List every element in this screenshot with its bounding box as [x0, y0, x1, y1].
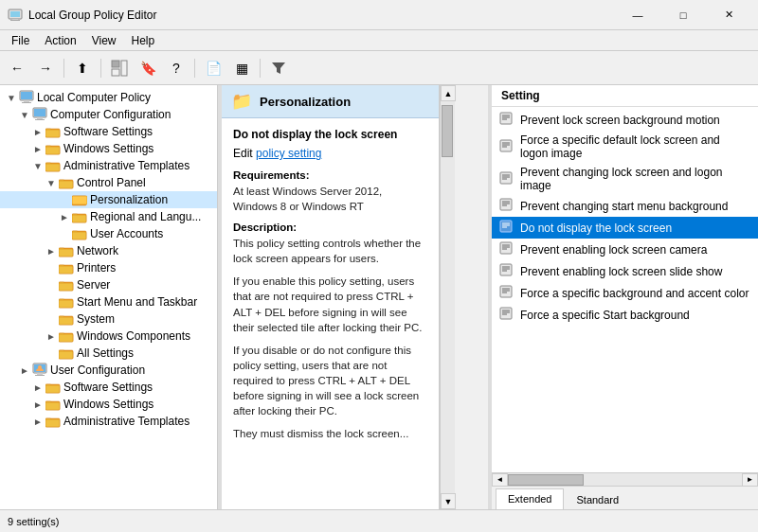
tree-expand-windows-settings: ► [30, 141, 45, 156]
tree-expand-system [44, 311, 59, 327]
middle-wrapper: 📁 Personalization Do not display the loc… [222, 85, 488, 509]
tree-item-windows-components[interactable]: ► Windows Components [0, 328, 217, 345]
tab-standard[interactable]: Standard [564, 489, 631, 509]
requirements-text: At least Windows Server 2012, Windows 8 … [233, 184, 427, 214]
tree-expand-user-windows-settings: ► [30, 397, 45, 412]
tree-expand-personalization [57, 192, 72, 207]
right-list-label-item5: Do not display the lock screen [520, 222, 672, 235]
svg-rect-92 [500, 242, 512, 254]
tree-item-local-computer-policy[interactable]: ▼ Local Computer Policy [0, 89, 217, 106]
right-list-label-item1: Prevent lock screen background motion [520, 114, 720, 127]
right-list-item-item7[interactable]: Prevent enabling lock screen slide show [492, 260, 758, 282]
toolbar-export[interactable]: 📄 [200, 55, 226, 81]
toolbar-filter[interactable] [265, 55, 292, 81]
tree-item-all-settings[interactable]: All Settings [0, 345, 217, 362]
right-list-item-item2[interactable]: Force a specific default lock screen and… [492, 131, 758, 163]
right-panel-list: Prevent lock screen background motion Fo… [492, 107, 758, 472]
scroll-thumb[interactable] [442, 105, 453, 157]
minimize-button[interactable]: — [616, 2, 659, 28]
right-list-item-item4[interactable]: Prevent changing start menu background [492, 195, 758, 217]
svg-rect-3 [10, 20, 20, 21]
svg-rect-14 [37, 117, 43, 119]
scroll-down-arrow[interactable]: ▼ [441, 493, 456, 509]
middle-panel-header: 📁 Personalization [222, 85, 439, 118]
right-panel: Setting Prevent lock screen background m… [492, 85, 758, 509]
menu-help[interactable]: Help [124, 32, 163, 49]
right-panel-column-header: Setting [501, 89, 540, 102]
tree-icon-start-menu-taskbar [59, 294, 74, 310]
middle-scrollbar[interactable]: ▲ ▼ [440, 85, 455, 509]
right-list-icon-item7 [499, 263, 514, 279]
tree-expand-start-menu-taskbar [44, 294, 59, 310]
svg-rect-68 [45, 402, 60, 410]
svg-rect-33 [72, 215, 86, 222]
panel-section-title: Do not display the lock screen [233, 128, 427, 141]
toolbar-forward[interactable]: → [32, 55, 59, 81]
scroll-up-arrow[interactable]: ▲ [441, 85, 456, 101]
right-list-icon-item9 [499, 307, 514, 323]
svg-rect-51 [59, 317, 73, 325]
tree-item-personalization[interactable]: Personalization [0, 191, 217, 208]
tree-item-start-menu-taskbar[interactable]: Start Menu and Taskbar [0, 293, 217, 310]
policy-link[interactable]: policy setting [256, 147, 321, 160]
hscroll-thumb[interactable] [508, 474, 584, 486]
tree-item-user-admin-templates[interactable]: ► Administrative Templates [0, 413, 217, 430]
main-area: ▼ Local Computer Policy▼ Computer Config… [0, 85, 758, 509]
right-list-item-item9[interactable]: Force a specific Start background [492, 304, 758, 326]
tree-item-network[interactable]: ► Network [0, 242, 217, 259]
right-list-item-item1[interactable]: Prevent lock screen background motion [492, 109, 758, 131]
right-list-item-item6[interactable]: Prevent enabling lock screen camera [492, 239, 758, 260]
toolbar-help[interactable]: ? [163, 55, 190, 81]
svg-rect-84 [500, 199, 512, 210]
right-list-item-item5[interactable]: Do not display the lock screen [492, 217, 758, 239]
tree-item-user-windows-settings[interactable]: ► Windows Settings [0, 396, 217, 413]
right-panel-hscrollbar: ◄ ► [492, 472, 758, 486]
tree-item-regional-and-language[interactable]: ► Regional and Langu... [0, 208, 217, 225]
right-list-item-item3[interactable]: Prevent changing lock screen and logon i… [492, 163, 758, 195]
tree-icon-computer-configuration [32, 107, 47, 122]
tree-expand-local-computer-policy: ▼ [4, 90, 19, 105]
hscroll-track [508, 473, 742, 487]
description-extra3: They must dismiss the lock screen... [233, 426, 427, 441]
status-text: 9 setting(s) [8, 516, 59, 527]
menu-file[interactable]: File [4, 32, 37, 49]
svg-rect-24 [45, 164, 60, 171]
toolbar-back[interactable]: ← [4, 55, 30, 81]
tree-item-software-settings[interactable]: ► Software Settings [0, 123, 217, 140]
right-list-item-item8[interactable]: Force a specific background and accent c… [492, 282, 758, 304]
svg-rect-21 [45, 147, 60, 154]
toolbar-view-options[interactable]: ▦ [228, 55, 255, 81]
close-button[interactable]: ✕ [707, 2, 750, 28]
menu-action[interactable]: Action [37, 32, 83, 49]
svg-rect-15 [35, 119, 45, 120]
svg-rect-57 [59, 351, 73, 359]
hscroll-left[interactable]: ◄ [492, 473, 508, 487]
tree-item-printers[interactable]: Printers [0, 259, 217, 276]
tree-label-user-windows-settings: Windows Settings [63, 398, 153, 411]
svg-rect-48 [59, 300, 73, 308]
tree-item-administrative-templates[interactable]: ▼ Administrative Templates [0, 157, 217, 174]
tree-icon-control-panel [59, 175, 74, 190]
tree-icon-administrative-templates [45, 158, 61, 173]
tree-expand-user-configuration: ► [17, 363, 32, 378]
tree-expand-user-accounts [57, 226, 72, 241]
tree-item-server[interactable]: Server [0, 276, 217, 293]
tree-label-windows-components: Windows Components [77, 329, 190, 343]
tree-item-system[interactable]: System [0, 310, 217, 328]
toolbar-bookmark[interactable]: 🔖 [135, 55, 161, 81]
tree-item-user-accounts[interactable]: User Accounts [0, 225, 217, 242]
maximize-button[interactable]: □ [661, 2, 705, 28]
menu-view[interactable]: View [84, 32, 124, 49]
tab-extended[interactable]: Extended [496, 488, 564, 509]
tree-expand-all-settings [44, 346, 59, 361]
toolbar-show-hide[interactable] [106, 55, 133, 81]
tree-item-user-software-settings[interactable]: ► Software Settings [0, 379, 217, 396]
tree-label-start-menu-taskbar: Start Menu and Taskbar [77, 295, 197, 309]
tree-item-windows-settings[interactable]: ► Windows Settings [0, 140, 217, 157]
tree-item-user-configuration[interactable]: ► User Configuration [0, 362, 217, 379]
tree-item-computer-configuration[interactable]: ▼ Computer Configuration [0, 106, 217, 123]
tree-icon-server [59, 277, 74, 293]
tree-item-control-panel[interactable]: ▼ Control Panel [0, 174, 217, 191]
toolbar-up[interactable]: ⬆ [69, 55, 96, 81]
hscroll-right[interactable]: ► [742, 473, 758, 487]
